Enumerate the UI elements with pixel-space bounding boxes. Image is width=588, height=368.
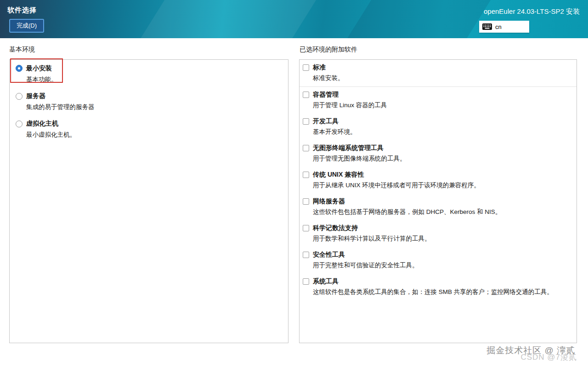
addon-item-container-management[interactable]: 容器管理 用于管理 Linux 容器的工具	[300, 87, 577, 114]
radio-button[interactable]	[16, 93, 23, 100]
addon-label: 容器管理	[313, 91, 571, 99]
distro-title: openEuler 24.03-LTS-SP2 安装	[484, 7, 580, 16]
addons-heading: 已选环境的附加软件	[300, 46, 357, 54]
keyboard-layout-code: cn	[495, 23, 502, 30]
page-title: 软件选择	[7, 6, 37, 15]
addon-label: 开发工具	[313, 117, 571, 126]
base-environment-panel: 最小安装 基本功能。 服务器 集成的易于管理的服务器 虚拟化主机 最小虚拟化主机…	[9, 59, 288, 343]
addon-description: 这组软件包是各类系统工具的集合，如：连接 SMB 共享的客户；监控网络交通的工具…	[313, 288, 571, 296]
addon-description: 基本开发环境。	[313, 128, 571, 136]
env-option-description: 最小虚拟化主机。	[26, 131, 283, 139]
keyboard-icon	[482, 23, 492, 30]
checkbox[interactable]	[303, 172, 309, 178]
addon-label: 标准	[313, 63, 571, 72]
installer-window: 软件选择 完成(D) openEuler 24.03-LTS-SP2 安装 cn…	[0, 0, 588, 368]
done-button[interactable]: 完成(D)	[9, 19, 44, 33]
addon-description: 用于数学和科学计算以及平行计算的工具。	[313, 235, 571, 243]
addon-description: 用于管理无图像终端系统的工具。	[313, 155, 571, 163]
addon-label: 安全性工具	[313, 251, 571, 259]
radio-button[interactable]	[16, 65, 23, 72]
addon-description: 用于完整性和可信验证的安全性工具。	[313, 261, 571, 270]
banner-decor-shape	[130, 0, 325, 38]
checkbox[interactable]	[303, 225, 309, 231]
addon-label: 传统 UNIX 兼容性	[313, 171, 571, 179]
env-option-label: 最小安装	[26, 64, 283, 73]
env-option-server[interactable]: 服务器 集成的易于管理的服务器	[10, 88, 288, 115]
env-option-virtualization-host[interactable]: 虚拟化主机 最小虚拟化主机。	[10, 115, 288, 143]
addon-item-legacy-unix[interactable]: 传统 UNIX 兼容性 用于从继承 UNIX 环境中迁移或者可用于该环境的兼容程…	[300, 167, 577, 194]
banner-decor-shape	[337, 0, 499, 38]
addon-item-system-tools[interactable]: 系统工具 这组软件包是各类系统工具的集合，如：连接 SMB 共享的客户；监控网络…	[300, 274, 577, 300]
addon-label: 网络服务器	[313, 197, 571, 206]
addon-description: 用于管理 Linux 容器的工具	[313, 101, 571, 109]
addon-description: 这些软件包包括基于网络的服务器，例如 DHCP、Kerberos 和 NIS。	[313, 208, 571, 216]
addon-description: 标准安装。	[313, 74, 571, 82]
addon-item-scientific-support[interactable]: 科学记数法支持 用于数学和科学计算以及平行计算的工具。	[300, 220, 577, 247]
addon-item-network-servers[interactable]: 网络服务器 这些软件包包括基于网络的服务器，例如 DHCP、Kerberos 和…	[300, 194, 577, 220]
checkbox[interactable]	[303, 145, 309, 151]
env-option-label: 虚拟化主机	[26, 120, 283, 128]
checkbox[interactable]	[303, 278, 309, 285]
addons-panel: 标准 标准安装。 容器管理 用于管理 Linux 容器的工具 开发工具 基本开发…	[299, 59, 577, 343]
env-option-label: 服务器	[26, 92, 283, 100]
checkbox[interactable]	[303, 64, 309, 71]
env-option-description: 集成的易于管理的服务器	[26, 103, 283, 111]
env-option-description: 基本功能。	[26, 75, 283, 84]
checkbox[interactable]	[303, 198, 309, 205]
addon-description: 用于从继承 UNIX 环境中迁移或者可用于该环境的兼容程序。	[313, 181, 571, 190]
checkbox[interactable]	[303, 92, 309, 98]
keyboard-layout-indicator[interactable]: cn	[479, 21, 529, 33]
addon-item-development-tools[interactable]: 开发工具 基本开发环境。	[300, 114, 577, 140]
env-option-minimal-install[interactable]: 最小安装 基本功能。	[10, 60, 288, 88]
addon-label: 系统工具	[313, 277, 571, 286]
addon-label: 无图形终端系统管理工具	[313, 144, 571, 152]
addon-label: 科学记数法支持	[313, 224, 571, 232]
addon-item-standard[interactable]: 标准 标准安装。	[300, 60, 577, 87]
addon-item-headless-management[interactable]: 无图形终端系统管理工具 用于管理无图像终端系统的工具。	[300, 140, 577, 167]
checkbox[interactable]	[303, 252, 309, 258]
checkbox[interactable]	[303, 118, 309, 125]
addon-item-security-tools[interactable]: 安全性工具 用于完整性和可信验证的安全性工具。	[300, 247, 577, 274]
radio-button[interactable]	[16, 121, 23, 127]
watermark-juejin: 掘金技术社区 @ 濘贰	[486, 345, 575, 356]
base-environment-heading: 基本环境	[9, 46, 35, 54]
